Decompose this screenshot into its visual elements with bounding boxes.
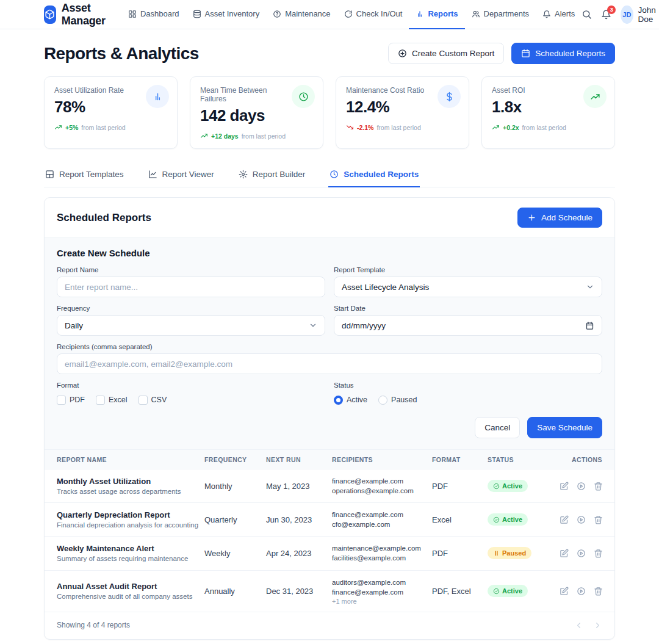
frequency-select[interactable]: Daily — [57, 315, 325, 336]
recipients-input[interactable] — [65, 360, 594, 369]
table-row: Weekly Maintenance Alert Summary of asse… — [45, 537, 614, 570]
start-date-input[interactable]: dd/mm/yyyy — [334, 315, 602, 336]
dollar-icon — [438, 85, 461, 108]
avatar: JD — [621, 5, 633, 24]
status-badge: Paused — [488, 547, 531, 559]
tab-scheduled-reports[interactable]: Scheduled Reports — [328, 164, 420, 187]
cancel-button[interactable]: Cancel — [475, 417, 520, 438]
app-title: Asset Manager — [62, 2, 112, 27]
run-now-icon[interactable] — [577, 549, 586, 558]
add-schedule-label: Add Schedule — [541, 213, 592, 222]
nav-item-reports[interactable]: Reports — [409, 0, 464, 29]
column-header-status: STATUS — [488, 456, 560, 463]
chart-line-icon — [148, 170, 157, 179]
status-badge: Active — [488, 585, 528, 597]
delete-icon[interactable] — [594, 515, 603, 524]
delete-icon[interactable] — [594, 482, 603, 491]
recipient-email: finance@example.com — [332, 476, 432, 486]
search-icon[interactable] — [582, 9, 592, 20]
save-schedule-button[interactable]: Save Schedule — [527, 417, 602, 438]
nav-item-check-in-out[interactable]: Check In/Out — [337, 0, 409, 29]
column-header-next-run: NEXT RUN — [266, 456, 332, 463]
next-page-icon[interactable] — [593, 621, 602, 630]
create-custom-report-button[interactable]: Create Custom Report — [388, 43, 504, 64]
status-label: Status — [334, 382, 602, 389]
format-checkbox-excel[interactable]: Excel — [96, 396, 128, 405]
frequency-label: Frequency — [57, 305, 325, 312]
recipients-label: Recipients (comma separated) — [57, 343, 602, 350]
recipient-email: facilities@example.com — [332, 553, 432, 563]
edit-icon[interactable] — [560, 549, 569, 558]
report-frequency: Monthly — [204, 482, 266, 491]
status-radio-active[interactable]: Active — [334, 396, 367, 405]
checkbox-label: Excel — [109, 396, 128, 404]
status-radio-paused[interactable]: Paused — [378, 396, 417, 405]
app-logo-icon — [44, 5, 56, 24]
notifications-bell-icon[interactable]: 3 — [601, 9, 611, 20]
report-name: Weekly Maintenance Alert — [57, 544, 204, 553]
kpi-delta: -2.1% — [357, 124, 373, 131]
format-label: Format — [57, 382, 325, 389]
app-brand[interactable]: Asset Manager — [44, 2, 112, 27]
scheduled-reports-panel: Scheduled Reports Add Schedule Create Ne… — [44, 197, 615, 640]
edit-icon[interactable] — [560, 587, 569, 596]
table-header: REPORT NAMEFREQUENCYNEXT RUNRECIPIENTSFO… — [45, 449, 614, 469]
user-menu[interactable]: JD John Doe — [621, 5, 659, 24]
format-checkbox-pdf[interactable]: PDF — [57, 396, 85, 405]
run-now-icon[interactable] — [577, 515, 586, 524]
report-recipients: auditors@example.comfinance@example.com+… — [332, 577, 432, 605]
status-text: Active — [502, 587, 522, 595]
status-options: ActivePaused — [334, 394, 602, 406]
run-now-icon[interactable] — [577, 587, 586, 596]
trend-up-icon — [583, 85, 607, 108]
nav-item-maintenance[interactable]: Maintenance — [266, 0, 337, 29]
chevron-down-icon — [309, 321, 317, 330]
edit-icon[interactable] — [560, 515, 569, 524]
table-row: Quarterly Depreciation Report Financial … — [45, 503, 614, 537]
pause-icon — [493, 550, 500, 557]
format-checkbox-csv[interactable]: CSV — [139, 396, 167, 405]
delete-icon[interactable] — [594, 587, 603, 596]
recipient-email: maintenance@example.com — [332, 543, 432, 553]
nav-item-departments[interactable]: Departments — [465, 0, 536, 29]
tab-report-templates[interactable]: Report Templates — [44, 164, 125, 187]
form-title: Create New Schedule — [57, 248, 602, 258]
prev-page-icon[interactable] — [574, 621, 583, 630]
create-custom-report-label: Create Custom Report — [412, 49, 494, 58]
scheduled-reports-button[interactable]: Scheduled Reports — [511, 43, 615, 64]
report-description: Comprehensive audit of all company asset… — [57, 593, 204, 600]
run-now-icon[interactable] — [577, 482, 586, 491]
recipients-more: +1 more — [332, 598, 432, 605]
tab-report-viewer[interactable]: Report Viewer — [147, 164, 215, 187]
nav-item-asset-inventory[interactable]: Asset Inventory — [186, 0, 267, 29]
start-date-placeholder: dd/mm/yyyy — [342, 321, 585, 330]
table-footer-note: Showing 4 of 4 reports — [57, 621, 130, 629]
report-template-select[interactable]: Asset Lifecycle Analysis — [334, 277, 602, 297]
kpi-trend-note: from last period — [522, 124, 566, 131]
kpi-cards: Asset Utilization Rate78%+5%from last pe… — [44, 76, 615, 149]
bar-chart-icon — [146, 85, 169, 108]
kpi-value: 142 days — [200, 106, 313, 125]
report-next-run: May 1, 2023 — [266, 482, 332, 491]
help-circle-icon — [273, 10, 281, 18]
report-name: Quarterly Depreciation Report — [57, 510, 204, 519]
report-name-input[interactable] — [65, 283, 317, 292]
report-template-label: Report Template — [334, 266, 602, 273]
plus-icon — [527, 213, 536, 222]
add-schedule-button[interactable]: Add Schedule — [517, 208, 602, 228]
report-frequency: Annually — [204, 587, 266, 596]
tab-report-builder[interactable]: Report Builder — [237, 164, 306, 187]
status-badge: Active — [488, 513, 528, 526]
trend-up-icon — [200, 132, 208, 140]
checkbox-icon — [57, 396, 66, 405]
tab-label: Report Templates — [59, 170, 124, 179]
nav-item-alerts[interactable]: Alerts — [536, 0, 582, 29]
nav-item-dashboard[interactable]: Dashboard — [121, 0, 186, 29]
nav-right: 3 JD John Doe — [582, 5, 659, 24]
tab-label: Report Viewer — [162, 170, 214, 179]
delete-icon[interactable] — [594, 549, 603, 558]
column-header-report-name: REPORT NAME — [57, 456, 204, 463]
edit-icon[interactable] — [560, 482, 569, 491]
radio-label: Active — [347, 396, 367, 404]
top-navigation: Asset Manager DashboardAsset InventoryMa… — [0, 0, 659, 29]
